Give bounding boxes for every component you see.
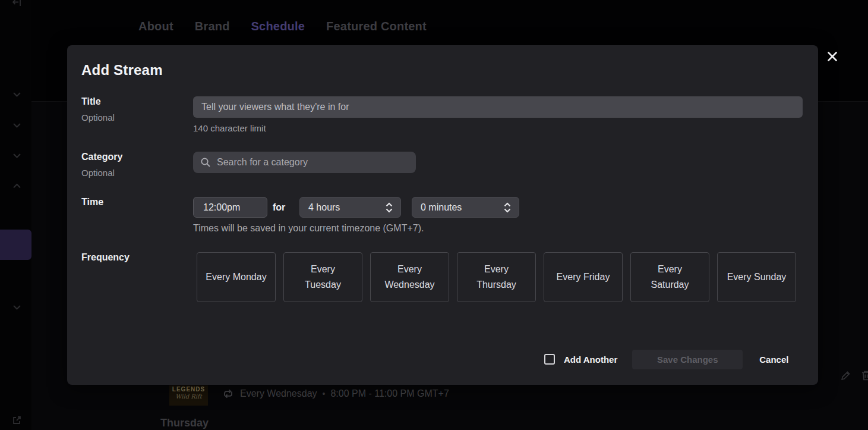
timezone-note: Times will be saved in your current time… (193, 223, 424, 234)
popout-icon[interactable] (12, 415, 22, 425)
add-stream-modal: Add Stream Title Optional 140 character … (67, 45, 818, 385)
app-window: About Brand Schedule Featured Content LE… (0, 0, 868, 430)
add-another-checkbox[interactable] (544, 354, 555, 365)
chevron-down-icon[interactable] (12, 150, 22, 161)
schedule-entry-row: LEGENDS Wild Rift Every Wednesday • 8:00… (169, 385, 449, 406)
day-button-friday[interactable]: Every Friday (544, 252, 623, 302)
tab-brand[interactable]: Brand (195, 20, 230, 39)
tab-about[interactable]: About (138, 20, 173, 39)
box-art-subtitle: Wild Rift (169, 393, 208, 400)
title-optional-label: Optional (81, 112, 115, 123)
start-time-input[interactable] (193, 197, 267, 218)
category-search-input[interactable] (217, 152, 416, 173)
frequency-label: Frequency (81, 252, 130, 263)
title-label: Title (81, 96, 101, 107)
add-another-label: Add Another (564, 354, 617, 365)
time-range-text: 8:00 PM - 11:00 PM GMT+7 (330, 388, 449, 399)
search-icon (200, 157, 211, 168)
sidebar (0, 0, 31, 430)
chevron-up-icon[interactable] (12, 181, 22, 191)
category-search (193, 152, 416, 173)
trash-icon[interactable] (860, 369, 868, 381)
day-heading: Thursday (160, 417, 209, 429)
schedule-entry-meta: Every Wednesday • 8:00 PM - 11:00 PM GMT… (222, 388, 449, 400)
day-button-sunday[interactable]: Every Sunday (717, 252, 796, 302)
save-changes-button[interactable]: Save Changes (632, 350, 743, 369)
repeat-icon (222, 388, 234, 400)
close-icon[interactable] (826, 50, 839, 63)
chevron-down-icon[interactable] (12, 89, 22, 99)
title-input[interactable] (193, 96, 803, 118)
cancel-button[interactable]: Cancel (758, 351, 790, 368)
recurrence-text: Every Wednesday (240, 388, 317, 399)
duration-minutes-select[interactable]: 0 minutes (412, 197, 519, 218)
tab-featured-content[interactable]: Featured Content (326, 20, 427, 39)
category-optional-label: Optional (81, 168, 115, 178)
day-button-wednesday[interactable]: Every Wednesday (370, 252, 449, 302)
stepper-icon (385, 202, 393, 213)
collapse-sidebar-icon[interactable] (12, 0, 22, 7)
channel-page-tabs: About Brand Schedule Featured Content (138, 20, 427, 39)
day-button-thursday[interactable]: Every Thursday (457, 252, 536, 302)
dot-separator: • (323, 389, 326, 398)
category-box-art: LEGENDS Wild Rift (169, 385, 208, 406)
stepper-icon (503, 202, 512, 213)
category-label: Category (81, 152, 122, 162)
character-limit-helper: 140 character limit (193, 123, 266, 133)
chevron-down-icon[interactable] (12, 120, 22, 130)
sidebar-item-active[interactable] (0, 230, 31, 260)
duration-hours-value: 4 hours (308, 202, 340, 213)
day-button-saturday[interactable]: Every Saturday (630, 252, 709, 302)
box-art-title: LEGENDS (169, 386, 208, 393)
chevron-down-icon[interactable] (12, 302, 22, 312)
frequency-day-buttons: Every Monday Every Tuesday Every Wednesd… (197, 252, 796, 302)
modal-title: Add Stream (81, 62, 163, 79)
entry-action-icons (840, 369, 868, 381)
duration-hours-select[interactable]: 4 hours (299, 197, 401, 218)
edit-pencil-icon[interactable] (840, 369, 852, 381)
duration-minutes-value: 0 minutes (421, 202, 462, 213)
tab-schedule[interactable]: Schedule (251, 20, 305, 39)
day-button-monday[interactable]: Every Monday (197, 252, 276, 302)
for-label: for (273, 197, 285, 218)
day-button-tuesday[interactable]: Every Tuesday (283, 252, 362, 302)
modal-footer: Add Another Save Changes Cancel (544, 346, 790, 372)
time-label: Time (81, 197, 103, 208)
